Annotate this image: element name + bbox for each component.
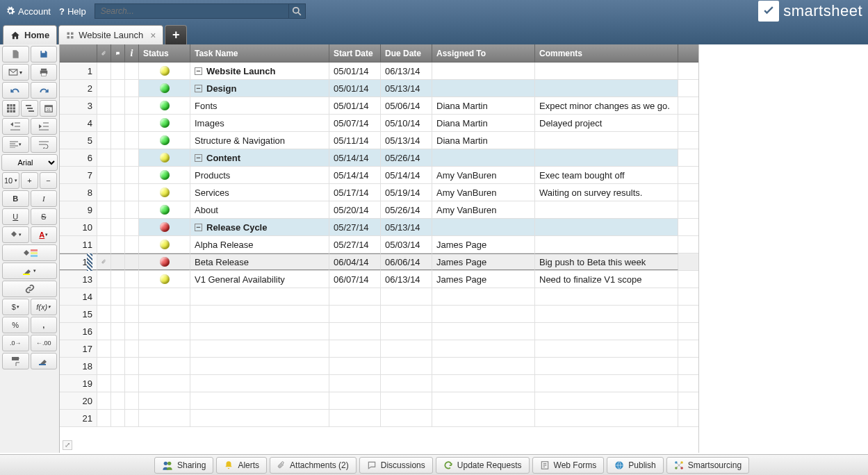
attachment-cell[interactable]: [97, 271, 111, 288]
status-cell[interactable]: [139, 219, 190, 235]
comments-cell[interactable]: [535, 132, 678, 149]
row-number[interactable]: 12: [60, 253, 97, 270]
discussion-cell[interactable]: [111, 392, 125, 409]
due-date-header[interactable]: Due Date: [381, 44, 432, 62]
row-number[interactable]: 18: [60, 358, 97, 374]
table-row[interactable]: 10−Release Cycle05/27/1405/13/14: [60, 219, 698, 236]
collapse-toggle[interactable]: −: [195, 85, 202, 92]
alerts-tab[interactable]: Alerts: [216, 457, 267, 474]
start-date-cell[interactable]: [329, 358, 381, 374]
print-button[interactable]: [31, 64, 58, 81]
discussion-header[interactable]: [111, 44, 125, 62]
bold-button[interactable]: B: [2, 190, 29, 207]
start-date-cell[interactable]: 05/11/14: [329, 132, 381, 149]
start-date-cell[interactable]: [329, 306, 381, 322]
start-date-cell[interactable]: 05/17/14: [329, 184, 381, 201]
status-cell[interactable]: [139, 358, 190, 374]
due-date-cell[interactable]: [381, 375, 432, 392]
table-row[interactable]: 18: [60, 358, 698, 375]
row-number[interactable]: 19: [60, 375, 97, 392]
save-button[interactable]: [31, 46, 58, 62]
discussion-cell[interactable]: [111, 236, 125, 253]
status-cell[interactable]: [139, 167, 190, 183]
assigned-header[interactable]: Assigned To: [432, 44, 535, 62]
formula-button[interactable]: f(x)▾: [31, 299, 58, 315]
percent-button[interactable]: %: [2, 317, 29, 333]
discussion-cell[interactable]: [111, 375, 125, 392]
status-cell[interactable]: [139, 236, 190, 253]
due-date-cell[interactable]: 06/13/14: [381, 271, 432, 288]
table-row[interactable]: 14: [60, 288, 698, 306]
task-cell[interactable]: [190, 288, 329, 305]
due-date-cell[interactable]: [381, 288, 432, 305]
calendar-view-button[interactable]: 31: [40, 100, 57, 117]
start-date-cell[interactable]: 05/14/14: [329, 149, 381, 166]
start-date-cell[interactable]: [329, 410, 381, 426]
due-date-cell[interactable]: [381, 323, 432, 340]
info-cell[interactable]: [125, 236, 139, 253]
discussions-tab[interactable]: Discussions: [359, 457, 433, 474]
discussion-cell[interactable]: [111, 323, 125, 340]
help-menu[interactable]: ? Help: [59, 6, 86, 17]
task-cell[interactable]: Beta Release: [190, 253, 329, 270]
start-date-cell[interactable]: 05/27/14: [329, 236, 381, 253]
highlight-button[interactable]: ▾: [2, 262, 57, 279]
outdent-button[interactable]: [2, 118, 29, 135]
text-color-button[interactable]: A▾: [31, 226, 58, 243]
decrease-decimal-button[interactable]: .0→: [2, 335, 29, 351]
due-date-cell[interactable]: 05/14/14: [381, 167, 432, 183]
start-date-cell[interactable]: 05/01/14: [329, 62, 381, 79]
info-cell[interactable]: [125, 184, 139, 201]
search-button[interactable]: [289, 3, 306, 19]
start-date-cell[interactable]: 05/07/14: [329, 115, 381, 131]
table-row[interactable]: 11Alpha Release05/27/1405/03/14James Pag…: [60, 236, 698, 253]
table-row[interactable]: 7Products05/14/1405/14/14Amy VanBurenExe…: [60, 167, 698, 184]
info-cell[interactable]: [125, 62, 139, 79]
task-cell[interactable]: [190, 375, 329, 392]
comments-cell[interactable]: [535, 149, 678, 166]
row-number[interactable]: 6: [60, 149, 97, 166]
row-number[interactable]: 1: [60, 62, 97, 79]
assigned-cell[interactable]: [432, 219, 535, 235]
table-row[interactable]: 6−Content05/14/1405/26/14: [60, 149, 698, 167]
due-date-cell[interactable]: [381, 358, 432, 374]
attachment-cell[interactable]: [97, 323, 111, 340]
row-number[interactable]: 5: [60, 132, 97, 149]
comments-cell[interactable]: [535, 306, 678, 322]
grid-view-button[interactable]: [2, 100, 19, 117]
info-cell[interactable]: [125, 201, 139, 218]
task-cell[interactable]: V1 General Availability: [190, 271, 329, 288]
status-header[interactable]: Status: [139, 44, 190, 62]
comments-header[interactable]: Comments: [535, 44, 678, 62]
conditional-format-button[interactable]: [2, 244, 57, 261]
table-row[interactable]: 12Beta Release06/04/1406/06/14James Page…: [60, 253, 698, 271]
attachment-cell[interactable]: [97, 358, 111, 374]
assigned-cell[interactable]: Amy VanBuren: [432, 167, 535, 183]
row-number[interactable]: 9: [60, 201, 97, 218]
info-cell[interactable]: [125, 149, 139, 166]
discussion-cell[interactable]: [111, 184, 125, 201]
status-cell[interactable]: [139, 271, 190, 288]
task-cell[interactable]: −Content: [190, 149, 329, 166]
info-cell[interactable]: [125, 375, 139, 392]
start-date-cell[interactable]: 06/04/14: [329, 253, 381, 270]
assigned-cell[interactable]: Diana Martin: [432, 115, 535, 131]
row-number[interactable]: 3: [60, 97, 97, 114]
row-number[interactable]: 21: [60, 410, 97, 426]
info-cell[interactable]: [125, 288, 139, 305]
status-cell[interactable]: [139, 115, 190, 131]
discussion-cell[interactable]: [111, 410, 125, 426]
comments-cell[interactable]: [535, 288, 678, 305]
comments-cell[interactable]: [535, 323, 678, 340]
attachment-cell[interactable]: [97, 97, 111, 114]
new-sheet-button[interactable]: [2, 46, 29, 62]
row-number[interactable]: 10: [60, 219, 97, 235]
undo-button[interactable]: [2, 82, 29, 99]
status-cell[interactable]: [139, 392, 190, 409]
email-button[interactable]: ▾: [2, 64, 29, 81]
info-header[interactable]: i: [125, 44, 139, 62]
wrap-button[interactable]: [31, 136, 58, 153]
discussion-cell[interactable]: [111, 288, 125, 305]
collapse-toggle[interactable]: −: [195, 154, 202, 162]
assigned-cell[interactable]: James Page: [432, 253, 535, 270]
